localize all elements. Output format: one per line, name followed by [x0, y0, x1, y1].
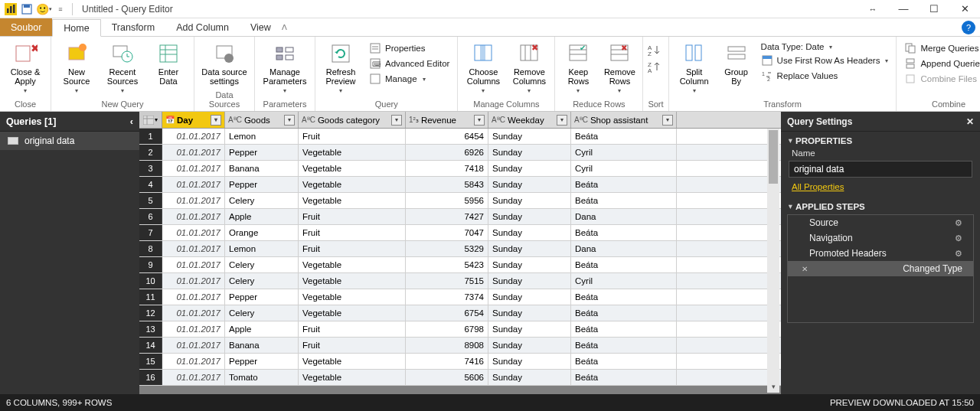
- cell-category[interactable]: Fruit: [299, 338, 406, 353]
- cell-weekday[interactable]: Sunday: [488, 354, 571, 369]
- table-row[interactable]: 1201.01.2017CeleryVegetable6754SundayBeá…: [139, 305, 781, 321]
- step-promoted-headers[interactable]: Promoted Headers⚙: [788, 246, 973, 261]
- cell-weekday[interactable]: Sunday: [488, 289, 571, 305]
- all-properties-link[interactable]: All Properties: [781, 182, 980, 197]
- cell-assistant[interactable]: Dana: [571, 209, 677, 224]
- table-row[interactable]: 1401.01.2017BananaFruit8908SundayBeáta: [139, 338, 781, 354]
- merge-queries-button[interactable]: Merge Queries▾: [901, 41, 980, 55]
- properties-button[interactable]: Properties: [366, 41, 452, 55]
- gear-icon[interactable]: ⚙: [955, 233, 962, 243]
- cell-goods[interactable]: Lemon: [225, 241, 299, 256]
- choose-columns-button[interactable]: ChooseColumns▾: [462, 40, 504, 94]
- cell-weekday[interactable]: Sunday: [488, 338, 571, 353]
- cell-goods[interactable]: Celery: [225, 257, 299, 272]
- gear-icon[interactable]: ⚙: [955, 249, 962, 259]
- column-header-category[interactable]: AᴮCGoods category▾: [299, 112, 406, 128]
- cell-weekday[interactable]: Sunday: [488, 370, 571, 385]
- cell-weekday[interactable]: Sunday: [488, 193, 571, 208]
- cell-weekday[interactable]: Sunday: [488, 273, 571, 289]
- close-apply-button[interactable]: ✖ Close &Apply▾: [5, 40, 46, 94]
- table-row[interactable]: 701.01.2017OrangeFruit7047SundayBeáta: [139, 225, 781, 241]
- table-row[interactable]: 1601.01.2017TomatoVegetable5606SundayBeá…: [139, 370, 781, 386]
- cell-weekday[interactable]: Sunday: [488, 241, 571, 256]
- table-row[interactable]: 301.01.2017BananaVegetable7418SundayCyri…: [139, 161, 781, 177]
- data-source-settings-button[interactable]: Data sourcesettings: [199, 40, 250, 86]
- cell-weekday[interactable]: Sunday: [488, 225, 571, 240]
- minimize-button[interactable]: —: [888, 0, 919, 18]
- cell-category[interactable]: Vegetable: [299, 193, 406, 208]
- cell-assistant[interactable]: Beáta: [571, 225, 677, 240]
- cell-revenue[interactable]: 5843: [406, 177, 488, 192]
- cell-weekday[interactable]: Sunday: [488, 321, 571, 337]
- collapse-queries-icon[interactable]: ‹: [130, 116, 133, 127]
- sort-asc-button[interactable]: AZ: [648, 44, 663, 57]
- table-row[interactable]: 801.01.2017LemonFruit5329SundayDana: [139, 241, 781, 257]
- table-row[interactable]: 101.01.2017LemonFruit6454SundayBeáta: [139, 129, 781, 145]
- cell-assistant[interactable]: Beáta: [571, 257, 677, 272]
- cell-weekday[interactable]: Sunday: [488, 177, 571, 192]
- tab-add-column[interactable]: Add Column: [165, 18, 240, 36]
- refresh-preview-button[interactable]: RefreshPreview▾: [320, 40, 361, 94]
- enter-data-button[interactable]: EnterData: [148, 40, 189, 86]
- cell-assistant[interactable]: Beáta: [571, 129, 677, 144]
- table-row[interactable]: 401.01.2017PepperVegetable5843SundayBeát…: [139, 177, 781, 193]
- cell-day[interactable]: 01.01.2017: [162, 273, 225, 289]
- grid-corner[interactable]: ▾: [139, 112, 162, 128]
- cell-goods[interactable]: Apple: [225, 209, 299, 224]
- close-window-button[interactable]: ✕: [949, 0, 980, 18]
- cell-goods[interactable]: Apple: [225, 321, 299, 337]
- scrollbar-thumb[interactable]: [769, 130, 778, 184]
- cell-revenue[interactable]: 5606: [406, 370, 488, 385]
- cell-assistant[interactable]: Beáta: [571, 305, 677, 321]
- cell-revenue[interactable]: 7427: [406, 209, 488, 224]
- cell-goods[interactable]: Pepper: [225, 177, 299, 192]
- cell-category[interactable]: Vegetable: [299, 177, 406, 192]
- cell-goods[interactable]: Pepper: [225, 289, 299, 305]
- cell-day[interactable]: 01.01.2017: [162, 321, 225, 337]
- cell-revenue[interactable]: 5423: [406, 257, 488, 272]
- tab-file[interactable]: Soubor: [0, 18, 52, 36]
- table-row[interactable]: 1301.01.2017AppleFruit6798SundayBeáta: [139, 321, 781, 338]
- cell-revenue[interactable]: 7374: [406, 289, 488, 305]
- table-row[interactable]: 901.01.2017CeleryVegetable5423SundayBeát…: [139, 257, 781, 273]
- cell-category[interactable]: Vegetable: [299, 257, 406, 272]
- cell-weekday[interactable]: Sunday: [488, 145, 571, 160]
- cell-goods[interactable]: Banana: [225, 338, 299, 353]
- cell-assistant[interactable]: Dana: [571, 241, 677, 256]
- cell-day[interactable]: 01.01.2017: [162, 338, 225, 353]
- group-by-button[interactable]: GroupBy: [720, 40, 753, 86]
- query-item-original-data[interactable]: original data: [0, 132, 139, 150]
- cell-day[interactable]: 01.01.2017: [162, 225, 225, 240]
- data-type-button[interactable]: Data Type: Date▾: [758, 41, 892, 52]
- cell-day[interactable]: 01.01.2017: [162, 354, 225, 369]
- table-row[interactable]: 601.01.2017AppleFruit7427SundayDana: [139, 209, 781, 225]
- properties-section[interactable]: PROPERTIES: [781, 132, 980, 147]
- cell-day[interactable]: 01.01.2017: [162, 241, 225, 256]
- replace-values-button[interactable]: 12Replace Values: [758, 69, 892, 83]
- tab-transform[interactable]: Transform: [101, 18, 166, 36]
- step-source[interactable]: Source⚙: [788, 215, 973, 230]
- cell-category[interactable]: Fruit: [299, 321, 406, 337]
- cell-revenue[interactable]: 7416: [406, 354, 488, 369]
- tab-view[interactable]: View: [240, 18, 282, 36]
- scroll-down-icon[interactable]: ▾: [767, 380, 779, 393]
- cell-category[interactable]: Vegetable: [299, 161, 406, 176]
- table-row[interactable]: 1501.01.2017PepperVegetable7416SundayBeá…: [139, 354, 781, 370]
- step-navigation[interactable]: Navigation⚙: [788, 230, 973, 246]
- cell-day[interactable]: 01.01.2017: [162, 305, 225, 321]
- split-column-button[interactable]: SplitColumn▾: [674, 40, 715, 94]
- cell-assistant[interactable]: Beáta: [571, 354, 677, 369]
- table-row[interactable]: 1101.01.2017PepperVegetable7374SundayBeá…: [139, 289, 781, 305]
- table-row[interactable]: 201.01.2017PepperVegetable6926SundayCyri…: [139, 145, 781, 161]
- cell-category[interactable]: Vegetable: [299, 305, 406, 321]
- cell-goods[interactable]: Banana: [225, 161, 299, 176]
- first-row-headers-button[interactable]: Use First Row As Headers▾: [758, 54, 892, 67]
- cell-goods[interactable]: Pepper: [225, 145, 299, 160]
- filter-dropdown-icon[interactable]: ▾: [211, 115, 221, 126]
- column-header-assistant[interactable]: AᴮCShop assistant▾: [571, 112, 677, 128]
- cell-goods[interactable]: Celery: [225, 305, 299, 321]
- cell-weekday[interactable]: Sunday: [488, 209, 571, 224]
- cell-revenue[interactable]: 6798: [406, 321, 488, 337]
- cell-goods[interactable]: Lemon: [225, 129, 299, 144]
- cell-revenue[interactable]: 7418: [406, 161, 488, 176]
